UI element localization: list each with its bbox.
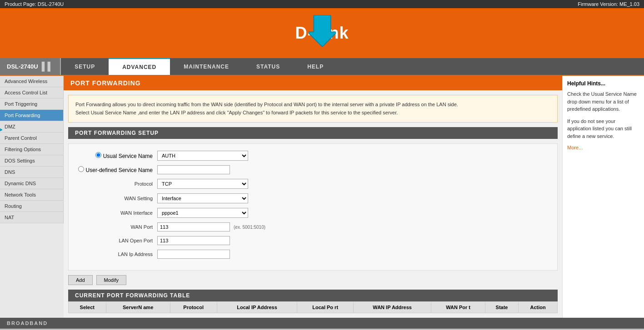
sidebar-item-parent-control[interactable]: Parent Control <box>0 133 63 144</box>
user-defined-radio-label: User-defined Service Name <box>75 166 157 173</box>
port-forwarding-table: Select ServerN ame Protocol Local IP Add… <box>68 301 558 313</box>
wan-interface-select[interactable]: pppoe1 pppoe2 <box>157 208 248 218</box>
tab-setup[interactable]: SETUP <box>61 58 109 75</box>
product-label: Product Page: DSL-2740U <box>5 1 64 7</box>
help-panel: Helpful Hints... Check the Usual Service… <box>562 76 644 318</box>
wan-setting-label: WAN Setting <box>75 196 157 201</box>
col-wan-port: WAN Por t <box>431 302 485 313</box>
wan-port-hint: (ex. 5001:5010) <box>234 225 265 230</box>
main-layout: Advanced Wireless Access Control List Po… <box>0 76 644 318</box>
footer-text: BROADBAND <box>7 320 48 326</box>
col-local-port: Local Po rt <box>297 302 354 313</box>
lan-open-port-label: LAN Open Port <box>75 238 157 243</box>
svg-marker-1 <box>0 123 2 136</box>
usual-service-row: Usual Service Name AUTH FTP HTTP HTTPS P… <box>75 151 550 161</box>
down-arrow-icon <box>309 15 336 48</box>
brand-label: DSL-2740U <box>7 63 38 70</box>
header: D-Link <box>0 8 644 58</box>
usual-service-radio-label: Usual Service Name <box>75 152 157 159</box>
col-state: State <box>485 302 518 313</box>
sidebar-item-dynamic-dns[interactable]: Dynamic DNS <box>0 178 63 189</box>
modify-button[interactable]: Modify <box>96 275 126 285</box>
sidebar-item-dns[interactable]: DNS <box>0 167 63 178</box>
arrow-indicator <box>0 123 2 138</box>
col-server-name: ServerN ame <box>106 302 170 313</box>
table-header-row: Select ServerN ame Protocol Local IP Add… <box>69 302 558 313</box>
protocol-label: Protocol <box>75 181 157 187</box>
user-defined-label: User-defined Service Name <box>86 167 153 173</box>
wan-interface-row: WAN Interface pppoe1 pppoe2 <box>75 208 550 218</box>
sidebar-item-dmz[interactable]: DMZ <box>0 121 63 133</box>
sidebar-item-filtering-options[interactable]: Filtering Options <box>0 144 63 155</box>
help-title: Helpful Hints... <box>567 80 639 87</box>
sidebar-item-nat[interactable]: NAT <box>0 212 63 223</box>
col-action: Action <box>519 302 558 313</box>
lan-ip-label: LAN Ip Address <box>75 251 157 257</box>
brand-icon: ▌▌ <box>42 62 54 71</box>
wan-port-row: WAN Port (ex. 5001:5010) <box>75 222 550 231</box>
nav-bar: DSL-2740U ▌▌ SETUP ADVANCED MAINTENANCE … <box>0 58 644 76</box>
lan-ip-row: LAN Ip Address <box>75 250 550 259</box>
tab-status[interactable]: STATUS <box>243 58 294 75</box>
sidebar: Advanced Wireless Access Control List Po… <box>0 76 64 223</box>
tab-maintenance[interactable]: MAINTENANCE <box>170 58 243 75</box>
usual-service-radio[interactable] <box>95 152 101 158</box>
usual-service-label: Usual Service Name <box>103 153 153 159</box>
wan-port-label: WAN Port <box>75 224 157 230</box>
col-protocol: Protocol <box>170 302 217 313</box>
col-select: Select <box>69 302 106 313</box>
sidebar-item-port-forwarding[interactable]: Port Forwarding <box>0 110 63 121</box>
wan-setting-row: WAN Setting Interface <box>75 193 550 203</box>
help-text-1: Check the Usual Service Name drop down m… <box>567 90 639 113</box>
help-text-2: If you do not see your application liste… <box>567 118 639 140</box>
wan-interface-label: WAN Interface <box>75 210 157 216</box>
sidebar-wrapper: Advanced Wireless Access Control List Po… <box>0 76 64 318</box>
col-wan-ip: WAN IP Address <box>353 302 431 313</box>
sidebar-item-routing[interactable]: Routing <box>0 201 63 212</box>
more-link[interactable]: More... <box>567 145 583 150</box>
user-defined-row: User-defined Service Name <box>75 165 550 174</box>
sidebar-item-dos-settings[interactable]: DOS Settings <box>0 155 63 167</box>
page-wrapper: Product Page: DSL-2740U Firmware Version… <box>0 0 644 329</box>
col-local-ip: Local IP Address <box>217 302 297 313</box>
protocol-select[interactable]: TCP UDP TCP/UDP <box>157 179 248 189</box>
page-title: PORT FORWARDING <box>64 76 562 90</box>
sidebar-item-access-control-list[interactable]: Access Control List <box>0 87 63 99</box>
user-defined-radio[interactable] <box>78 166 84 172</box>
footer: BROADBAND <box>0 318 644 329</box>
description-text-2: Select Usual Service Name ,and enter the… <box>75 110 398 115</box>
wan-port-input[interactable] <box>157 222 230 231</box>
brand-tab: DSL-2740U ▌▌ <box>0 58 61 75</box>
lan-open-port-row: LAN Open Port <box>75 236 550 245</box>
add-button[interactable]: Add <box>68 275 93 285</box>
sidebar-item-advanced-wireless[interactable]: Advanced Wireless <box>0 76 63 87</box>
usual-service-select[interactable]: AUTH FTP HTTP HTTPS POP3 SMTP TELNET <box>157 151 248 161</box>
wan-setting-select[interactable]: Interface <box>157 193 248 203</box>
lan-open-port-input[interactable] <box>157 236 230 245</box>
svg-marker-0 <box>309 15 336 47</box>
sidebar-item-port-triggering[interactable]: Port Triggering <box>0 99 63 110</box>
lan-ip-input[interactable] <box>157 250 230 259</box>
buttons-row: Add Modify <box>68 275 558 285</box>
sidebar-item-network-tools[interactable]: Network Tools <box>0 189 63 201</box>
protocol-row: Protocol TCP UDP TCP/UDP <box>75 179 550 189</box>
table-section: CURRENT PORT FORWARDING TABLE Select Ser… <box>68 290 558 313</box>
tab-advanced[interactable]: ADVANCED <box>109 58 170 75</box>
tab-help[interactable]: HELP <box>294 58 337 75</box>
form-section: Usual Service Name AUTH FTP HTTP HTTPS P… <box>68 143 558 271</box>
table-header: CURRENT PORT FORWARDING TABLE <box>68 290 558 301</box>
user-defined-input[interactable] <box>157 165 230 174</box>
description-box: Port Forwarding allows you to direct inc… <box>68 95 558 123</box>
firmware-label: Firmware Version: ME_1.03 <box>578 1 639 7</box>
form-section-header: PORT FORWARDING SETUP <box>68 127 558 139</box>
content-area: PORT FORWARDING Port Forwarding allows y… <box>64 76 562 318</box>
description-text-1: Port Forwarding allows you to direct inc… <box>75 102 458 107</box>
top-bar: Product Page: DSL-2740U Firmware Version… <box>0 0 644 8</box>
